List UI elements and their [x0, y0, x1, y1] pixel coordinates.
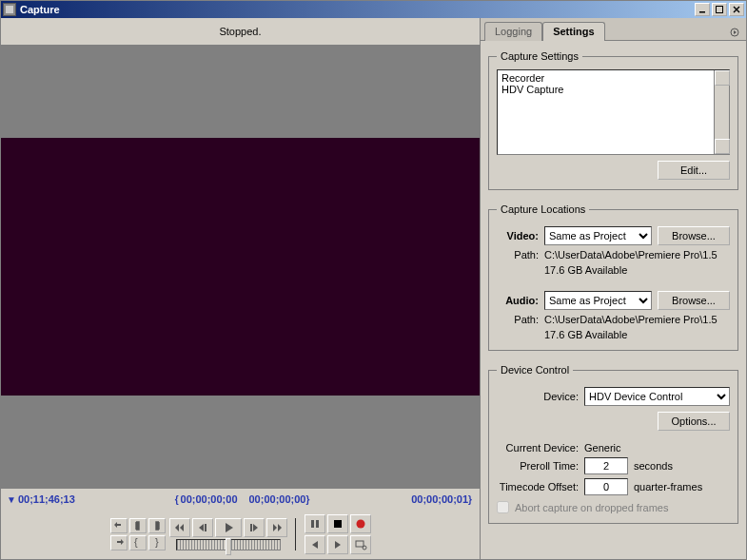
duration-marker-icon: }	[468, 494, 472, 505]
device-select[interactable]: HDV Device Control	[584, 387, 730, 406]
capture-settings-list[interactable]: Recorder HDV Capture	[497, 69, 730, 155]
minimize-button[interactable]	[695, 3, 710, 16]
capture-settings-legend: Capture Settings	[497, 50, 582, 62]
edit-button[interactable]: Edit...	[658, 161, 730, 180]
fast-forward-button[interactable]	[266, 518, 287, 537]
timecode-out[interactable]: 00;00;00;00	[249, 493, 306, 505]
device-control-legend: Device Control	[497, 364, 573, 376]
record-button[interactable]	[350, 514, 371, 533]
preview-area	[1, 45, 480, 489]
abort-label: Abort capture on dropped frames	[515, 502, 668, 513]
play-button[interactable]	[215, 518, 242, 537]
panel-menu-icon[interactable]	[727, 25, 742, 40]
timecode-duration[interactable]: 00;00;00;01	[411, 493, 468, 505]
video-location-select[interactable]: Same as Project	[544, 226, 652, 245]
step-back-button[interactable]	[192, 518, 213, 537]
video-browse-button[interactable]: Browse...	[658, 226, 730, 245]
list-item[interactable]: HDV Capture	[501, 84, 725, 95]
video-label: Video:	[497, 230, 539, 241]
go-in-button[interactable]: {	[129, 535, 147, 550]
audio-path: C:\UserData\Adobe\Premiere Pro\1.5	[544, 314, 718, 325]
maximize-button[interactable]	[712, 3, 727, 16]
preroll-label: Preroll Time:	[497, 460, 579, 472]
tab-strip: Logging Settings	[481, 18, 746, 41]
prev-scene-button[interactable]	[305, 535, 325, 554]
video-preview	[1, 138, 480, 396]
svg-rect-9	[356, 541, 364, 547]
audio-label: Audio:	[497, 295, 539, 306]
path-label: Path:	[497, 249, 539, 261]
timecode-row: ▼00;11;46;13 {00;00;00;00 00;00;00;00} 0…	[1, 489, 480, 510]
timecode-in[interactable]: 00;00;00;00	[181, 493, 238, 505]
preroll-input[interactable]	[584, 457, 628, 474]
list-item[interactable]: Recorder	[501, 72, 725, 84]
scrollbar[interactable]	[714, 70, 729, 154]
jog-slider[interactable]	[176, 539, 281, 550]
svg-rect-0	[6, 6, 13, 13]
capture-status: Stopped.	[1, 18, 480, 45]
close-button[interactable]	[729, 3, 744, 16]
svg-text:{: {	[134, 536, 138, 548]
path-label: Path:	[497, 314, 539, 325]
current-device-label: Current Device:	[497, 442, 579, 454]
device-label: Device:	[497, 391, 579, 402]
in-marker-icon: {	[175, 494, 179, 505]
mark-out-button[interactable]	[148, 518, 166, 533]
capture-settings-group: Capture Settings Recorder HDV Capture Ed…	[488, 50, 738, 190]
scene-detect-button[interactable]	[350, 535, 371, 554]
capture-locations-legend: Capture Locations	[497, 203, 589, 215]
svg-text:}: }	[155, 536, 159, 548]
device-control-group: Device Control Device: HDV Device Contro…	[488, 364, 738, 524]
step-forward-button[interactable]	[244, 518, 265, 537]
video-available: 17.6 GB Available	[544, 264, 730, 276]
abort-checkbox	[497, 501, 509, 513]
settings-panel: Logging Settings Capture Settings Record…	[480, 18, 746, 559]
mark-in-button[interactable]	[129, 518, 147, 533]
rewind-button[interactable]	[169, 518, 190, 537]
svg-rect-7	[334, 520, 342, 528]
svg-rect-1	[699, 11, 705, 13]
svg-rect-5	[311, 520, 314, 528]
transport-controls: { }	[1, 510, 480, 559]
svg-rect-6	[316, 520, 319, 528]
current-device: Generic	[584, 442, 621, 454]
capture-window: Capture Stopped. ▼00;11;46;13 {00;00;00;…	[0, 0, 747, 560]
stop-button[interactable]	[327, 514, 348, 533]
set-out-button[interactable]	[110, 535, 128, 550]
svg-point-8	[356, 520, 364, 529]
offset-input[interactable]	[584, 478, 628, 495]
offset-unit: quarter-frames	[634, 481, 702, 492]
out-marker-icon: }	[305, 494, 309, 505]
svg-rect-2	[717, 7, 723, 13]
svg-point-10	[363, 546, 366, 550]
titlebar: Capture	[1, 1, 746, 18]
capture-locations-group: Capture Locations Video: Same as Project…	[488, 203, 738, 351]
video-path: C:\UserData\Adobe\Premiere Pro\1.5	[544, 249, 718, 261]
current-marker-icon: ▼	[7, 494, 16, 505]
pause-button[interactable]	[305, 514, 325, 533]
audio-available: 17.6 GB Available	[544, 329, 730, 340]
next-scene-button[interactable]	[327, 535, 348, 554]
offset-label: Timecode Offset:	[497, 481, 579, 492]
set-in-button[interactable]	[110, 518, 128, 533]
preroll-unit: seconds	[634, 460, 673, 472]
audio-browse-button[interactable]: Browse...	[658, 291, 730, 310]
go-out-button[interactable]: }	[148, 535, 166, 550]
window-title: Capture	[20, 4, 695, 15]
app-icon	[3, 3, 16, 16]
timecode-current[interactable]: 00;11;46;13	[18, 493, 75, 505]
tab-logging[interactable]: Logging	[484, 22, 542, 41]
preview-panel: Stopped. ▼00;11;46;13 {00;00;00;00 00;00…	[1, 18, 480, 559]
audio-location-select[interactable]: Same as Project	[544, 291, 652, 310]
options-button[interactable]: Options...	[658, 412, 730, 431]
tab-settings[interactable]: Settings	[542, 22, 604, 41]
abort-checkbox-row[interactable]: Abort capture on dropped frames	[497, 501, 730, 513]
